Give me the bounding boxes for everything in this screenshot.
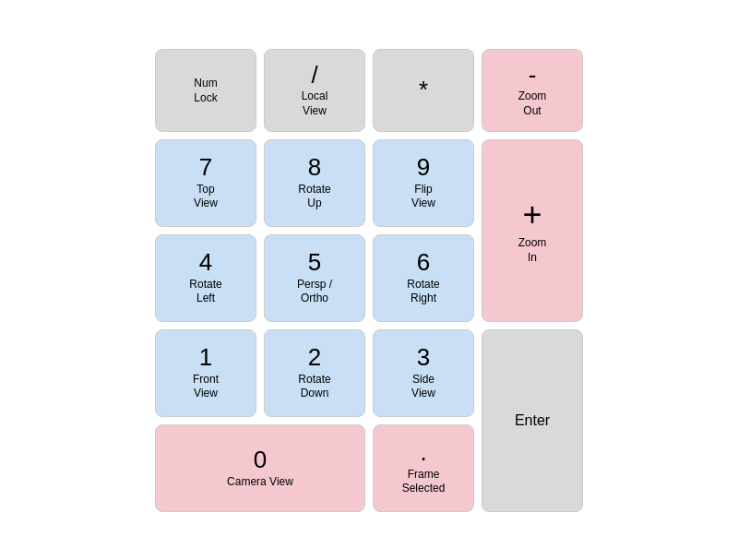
key-slash-symbol: / <box>311 62 317 89</box>
key-seven-symbol: 7 <box>199 154 212 181</box>
key-two-label: RotateDown <box>298 373 330 401</box>
key-zero-label: Camera View <box>227 475 293 490</box>
key-enter-label: Enter <box>515 411 550 431</box>
key-two-symbol: 2 <box>308 344 321 371</box>
key-numlock[interactable]: NumLock <box>155 49 256 132</box>
key-six-label: RotateRight <box>407 278 439 306</box>
key-zero-symbol: 0 <box>254 447 267 473</box>
key-eight-symbol: 8 <box>308 154 321 181</box>
key-zero[interactable]: 0 Camera View <box>155 424 365 512</box>
key-four-symbol: 4 <box>199 249 212 276</box>
key-three-label: SideView <box>411 373 435 401</box>
key-two[interactable]: 2 RotateDown <box>264 329 365 417</box>
numpad: NumLock / LocalView * - ZoomOut 7 TopVie… <box>137 30 601 530</box>
key-three[interactable]: 3 SideView <box>373 329 474 417</box>
key-one-label: FrontView <box>193 373 219 401</box>
key-dot-symbol: . <box>420 439 426 466</box>
key-asterisk-symbol: * <box>419 77 428 103</box>
key-minus-label: ZoomOut <box>518 89 547 118</box>
key-plus-label: ZoomIn <box>518 236 547 265</box>
key-one[interactable]: 1 FrontView <box>155 329 256 417</box>
key-nine-symbol: 9 <box>417 154 430 181</box>
key-slash-label: LocalView <box>302 89 328 118</box>
key-four-label: RotateLeft <box>189 278 221 306</box>
key-dot-label: FrameSelected <box>402 468 446 496</box>
key-enter[interactable]: Enter <box>482 329 583 512</box>
key-minus[interactable]: - ZoomOut <box>482 49 583 132</box>
key-seven[interactable]: 7 TopView <box>155 139 256 227</box>
key-eight-label: RotateUp <box>298 183 330 211</box>
key-seven-label: TopView <box>194 183 218 211</box>
key-minus-symbol: - <box>529 62 537 89</box>
key-dot[interactable]: . FrameSelected <box>373 424 474 512</box>
key-slash[interactable]: / LocalView <box>264 49 365 132</box>
key-six-symbol: 6 <box>417 249 430 276</box>
key-five-label: Persp /Ortho <box>297 278 332 306</box>
key-five[interactable]: 5 Persp /Ortho <box>264 234 365 322</box>
key-three-symbol: 3 <box>417 344 430 371</box>
key-five-symbol: 5 <box>308 249 321 276</box>
key-plus-symbol: + <box>522 196 542 234</box>
key-asterisk[interactable]: * <box>373 49 474 132</box>
key-four[interactable]: 4 RotateLeft <box>155 234 256 322</box>
key-nine[interactable]: 9 FlipView <box>373 139 474 227</box>
key-six[interactable]: 6 RotateRight <box>373 234 474 322</box>
key-nine-label: FlipView <box>411 183 435 211</box>
key-numlock-label: NumLock <box>194 77 217 105</box>
key-one-symbol: 1 <box>199 344 212 371</box>
key-eight[interactable]: 8 RotateUp <box>264 139 365 227</box>
key-plus[interactable]: + ZoomIn <box>482 139 583 322</box>
